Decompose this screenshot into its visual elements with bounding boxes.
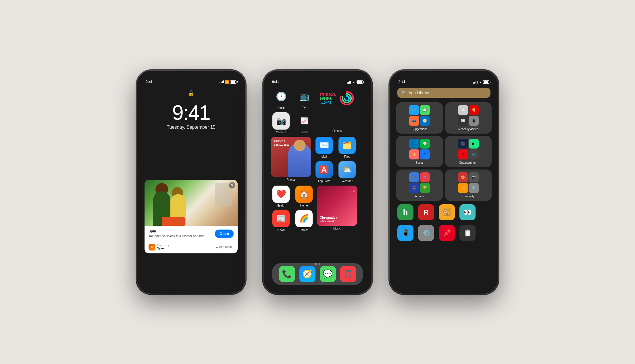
notch-3 (425, 74, 463, 81)
recently-added-folder[interactable]: ☁️ 🍕 📰 📱 Recently Added (445, 102, 492, 134)
lock-icon: 🔓 (188, 90, 194, 97)
app-stocks[interactable]: 📈 Stocks (294, 112, 314, 134)
notif-description: Tap open to unlock this scooter and ride… (149, 234, 205, 238)
misc-icon-small: 📱 (469, 116, 479, 126)
photos-widget-label: Photos (286, 178, 295, 181)
app-eyes[interactable]: 👀 (459, 204, 476, 220)
game2-icon-small: 👾 (420, 172, 430, 182)
dock-phone[interactable]: 📞 (279, 266, 295, 282)
app-monkey[interactable]: 🐒 (439, 204, 455, 220)
creativity-folder[interactable]: 🎨 📷 ✏️ ⚙️ Creativity (445, 170, 492, 201)
lib-row-5: 📱 ⚙️ 📌 📋 (396, 224, 492, 242)
dock-music[interactable]: 🎵 (340, 266, 356, 282)
appstore-link[interactable]: ▲ App Store › (215, 245, 234, 249)
lockscreen-date: Tuesday, September 15 (140, 125, 242, 130)
home-label: Home (300, 204, 308, 207)
notification-footer: S Powered by Spin ▲ App Store › (145, 242, 238, 253)
app-dark1[interactable]: 📋 (459, 225, 476, 241)
weather-icon: ⛅ (338, 161, 356, 178)
app-news[interactable]: 📰 News (271, 210, 291, 232)
creativity-grid: 🎨 📷 ✏️ ⚙️ (458, 172, 479, 193)
camera-label: Camera (276, 131, 286, 134)
app-grey1[interactable]: ⚙️ (418, 225, 434, 241)
dock-messages[interactable]: 💬 (320, 266, 336, 282)
clock-icon: 🕐 (272, 88, 290, 105)
creative4-icon-small: ⚙️ (469, 183, 479, 193)
social3-icon-small: 👋 (409, 149, 419, 159)
creative2-icon-small: 📷 (469, 172, 479, 182)
notch (172, 74, 210, 81)
stocks-label: Stocks (300, 131, 308, 134)
signal-icon (220, 80, 224, 83)
status-time-2: 9:41 (272, 80, 279, 84)
app-health[interactable]: ❤️ Health (271, 186, 291, 207)
powered-by: S Powered by Spin (149, 244, 169, 251)
app-photos[interactable]: 🌈 Photos (294, 210, 314, 232)
hulu-icon-small: ▶ (469, 139, 479, 149)
app-blue1[interactable]: 📱 (397, 225, 413, 241)
home-icon: 🏠 (295, 186, 313, 203)
safari-icon-small: 🧭 (420, 116, 430, 126)
app-files[interactable]: 🗂️ Files (337, 137, 357, 158)
open-button[interactable]: Open (215, 230, 234, 238)
arcade-folder[interactable]: 🎮 👾 🕹️ 🏆 Arcade (396, 170, 443, 201)
mail-icon: ✉️ (315, 137, 333, 154)
doordash-icon-small: 🍕 (469, 105, 479, 115)
search-placeholder: App Library (409, 90, 429, 95)
app-pinterest[interactable]: 📌 (439, 225, 455, 241)
status-icons-3: ▲ (473, 80, 489, 84)
entertainment-folder[interactable]: 🎬 ▶ N 📺 Entertainment (445, 136, 492, 167)
app-mail[interactable]: ✉️ Mail (314, 137, 334, 158)
photos-widget-container[interactable]: FRIENDS Sep 10, 2019 Photos (271, 137, 311, 181)
notif-text: Spin Tap open to unlock this scooter and… (149, 229, 205, 238)
app-row-1: 🕐 Clock 📷 Camera (271, 88, 364, 134)
creative1-icon-small: 🎨 (458, 172, 468, 182)
app-home[interactable]: 🏠 Home (294, 186, 314, 207)
arcade-label: Arcade (415, 195, 424, 198)
creative3-icon-small: ✏️ (458, 183, 468, 193)
library-grid: 🐦 💬 📷 🧭 Suggestions ☁️ 🍕 📰 📱 (396, 102, 492, 244)
suggestions-folder[interactable]: 🐦 💬 📷 🧭 Suggestions (396, 102, 443, 134)
notification-card[interactable]: ✕ Spin Tap open to unlock this scooter a… (145, 180, 238, 253)
music-widget-container[interactable]: ♪ Chromatica Lady Gaga Music (317, 186, 357, 230)
weather-label: Weather (342, 180, 353, 183)
app-clock[interactable]: 🕐 Clock (271, 88, 291, 109)
app-r[interactable]: R (418, 204, 434, 220)
lib-row-4: h R 🐒 👀 (396, 203, 492, 222)
lib-row-2: in 💬 👋 f Social 🎬 ▶ N 📺 Entertainment (396, 136, 492, 167)
dock-safari[interactable]: 🧭 (299, 266, 315, 282)
app-library-search[interactable]: 🔍 App Library (397, 88, 490, 98)
wifi-icon-2: ▲ (352, 80, 355, 84)
netflix-icon-small: N (458, 149, 468, 159)
notch-2 (299, 74, 336, 81)
h-icon: h (397, 204, 413, 220)
stocks-icon: 📈 (295, 112, 313, 130)
fitness-widget-container[interactable]: 375/500CAL 19/30MIN 4/12HRS Fitness (317, 88, 357, 132)
notification-content: Spin Tap open to unlock this scooter and… (145, 226, 238, 241)
phone-lockscreen: 9:41 📶 🔓 9:41 Tuesday, September 15 (136, 70, 246, 294)
spin-logo: S (149, 244, 155, 251)
app-appstore[interactable]: 🅰️ App Store (314, 161, 334, 183)
music-title: Chromatica (320, 216, 337, 219)
music-artist: Lady Gaga (320, 219, 337, 222)
powered-text: Powered by Spin (157, 244, 169, 250)
health-icon: ❤️ (272, 186, 290, 203)
entertainment-label: Entertainment (459, 161, 477, 164)
notification-image: ✕ (145, 180, 238, 226)
arcade-grid: 🎮 👾 🕹️ 🏆 (409, 172, 430, 193)
social-folder[interactable]: in 💬 👋 f Social (396, 136, 443, 167)
app-h[interactable]: h (397, 204, 413, 220)
cloudapp-icon-small: ☁️ (458, 105, 468, 115)
lockscreen-clock: 9:41 (140, 102, 242, 123)
messages-icon-small: 💬 (420, 105, 430, 115)
app-weather[interactable]: ⛅ Weather (337, 161, 357, 183)
recently-added-label: Recently Added (458, 128, 478, 131)
app-camera[interactable]: 📷 Camera (271, 112, 291, 134)
battery-icon-2 (357, 80, 363, 84)
app-tv[interactable]: 📺 TV (294, 88, 314, 109)
social-grid: in 💬 👋 f (409, 139, 430, 159)
news-icon: 📰 (272, 210, 290, 227)
lockscreen-screen: 9:41 📶 🔓 9:41 Tuesday, September 15 (140, 74, 242, 291)
wifi-icon: 📶 (225, 80, 229, 84)
ent4-icon-small: 📺 (469, 149, 479, 159)
